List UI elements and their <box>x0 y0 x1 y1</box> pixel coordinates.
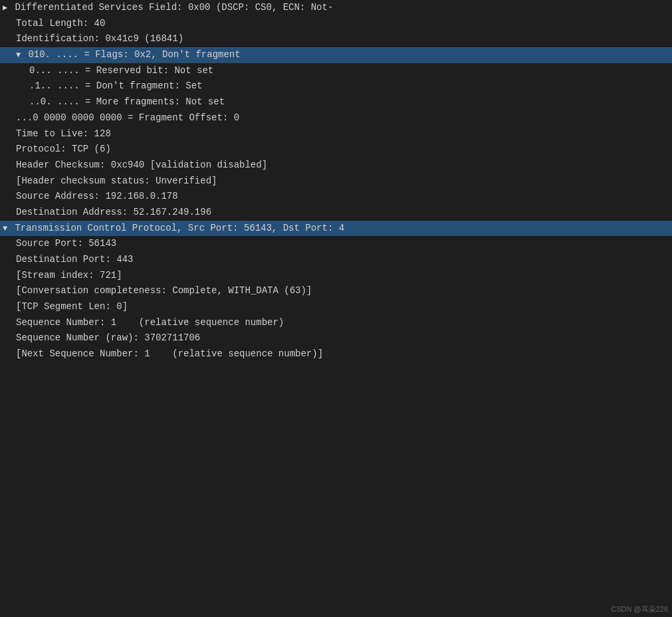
packet-detail: ▶ Differentiated Services Field: 0x00 (D… <box>0 0 672 362</box>
packet-line-destination-address[interactable]: Destination Address: 52.167.249.196 <box>0 205 672 221</box>
packet-line-conversation-completeness[interactable]: [Conversation completeness: Complete, WI… <box>0 283 672 299</box>
line-text: Destination Address: 52.167.249.196 <box>16 205 211 220</box>
packet-line-source-port[interactable]: Source Port: 56143 <box>0 236 672 252</box>
line-text: ..0. .... = More fragments: Not set <box>29 95 225 110</box>
line-text: Protocol: TCP (6) <box>16 142 111 157</box>
line-text: [TCP Segment Len: 0] <box>16 300 128 314</box>
packet-line-sequence-number-raw[interactable]: Sequence Number (raw): 3702711706 <box>0 330 672 346</box>
packet-line-next-sequence-number[interactable]: [Next Sequence Number: 1 (relative seque… <box>0 346 672 362</box>
line-text: Header Checksum: 0xc940 [validation disa… <box>16 158 267 173</box>
line-text: Differentiated Services Field: 0x00 (DSC… <box>15 1 333 15</box>
packet-line-dont-fragment[interactable]: .1.. .... = Don't fragment: Set <box>0 78 672 94</box>
line-text: [Next Sequence Number: 1 (relative seque… <box>16 347 323 362</box>
line-text: Transmission Control Protocol, Src Port:… <box>15 221 344 236</box>
packet-line-total-length[interactable]: Total Length: 40 <box>0 16 672 32</box>
line-text: [Conversation completeness: Complete, WI… <box>16 284 312 299</box>
line-text: [Stream index: 721] <box>16 269 122 283</box>
packet-line-identification[interactable]: Identification: 0x41c9 (16841) <box>0 31 672 47</box>
packet-line-time-to-live[interactable]: Time to Live: 128 <box>0 126 672 142</box>
packet-line-sequence-number[interactable]: Sequence Number: 1 (relative sequence nu… <box>0 315 672 331</box>
packet-line-flags-header[interactable]: ▼ 010. .... = Flags: 0x2, Don't fragment <box>0 47 672 63</box>
watermark: CSDN @耳朵226 <box>611 604 668 614</box>
line-text: Total Length: 40 <box>16 17 105 31</box>
packet-line-dsf-header[interactable]: ▶ Differentiated Services Field: 0x00 (D… <box>0 0 672 16</box>
packet-line-source-address[interactable]: Source Address: 192.168.0.178 <box>0 189 672 205</box>
expand-arrow[interactable]: ▼ <box>3 223 12 235</box>
line-text: 010. .... = Flags: 0x2, Don't fragment <box>28 48 240 62</box>
packet-line-tcp-segment-len[interactable]: [TCP Segment Len: 0] <box>0 299 672 315</box>
expand-arrow[interactable]: ▶ <box>3 2 12 15</box>
line-text: Time to Live: 128 <box>16 127 111 142</box>
line-text: Source Address: 192.168.0.178 <box>16 189 178 204</box>
line-text: Sequence Number: 1 (relative sequence nu… <box>16 316 284 330</box>
packet-line-reserved-bit[interactable]: 0... .... = Reserved bit: Not set <box>0 63 672 79</box>
packet-line-more-fragments[interactable]: ..0. .... = More fragments: Not set <box>0 94 672 110</box>
line-text: Source Port: 56143 <box>16 237 116 251</box>
line-text: Identification: 0x41c9 (16841) <box>16 32 183 47</box>
line-text: 0... .... = Reserved bit: Not set <box>29 64 213 78</box>
line-text: .1.. .... = Don't fragment: Set <box>29 79 202 94</box>
line-text: Destination Port: 443 <box>16 253 133 267</box>
packet-line-header-checksum[interactable]: Header Checksum: 0xc940 [validation disa… <box>0 158 672 174</box>
line-text: ...0 0000 0000 0000 = Fragment Offset: 0 <box>16 111 239 126</box>
packet-line-protocol[interactable]: Protocol: TCP (6) <box>0 142 672 158</box>
packet-line-destination-port[interactable]: Destination Port: 443 <box>0 252 672 268</box>
line-text: Sequence Number (raw): 3702711706 <box>16 331 200 346</box>
packet-line-header-checksum-status[interactable]: [Header checksum status: Unverified] <box>0 174 672 189</box>
packet-line-tcp-header[interactable]: ▼ Transmission Control Protocol, Src Por… <box>0 221 672 237</box>
expand-arrow[interactable]: ▼ <box>16 49 25 62</box>
packet-line-fragment-offset[interactable]: ...0 0000 0000 0000 = Fragment Offset: 0 <box>0 110 672 126</box>
packet-line-stream-index[interactable]: [Stream index: 721] <box>0 268 672 284</box>
line-text: [Header checksum status: Unverified] <box>16 174 217 189</box>
